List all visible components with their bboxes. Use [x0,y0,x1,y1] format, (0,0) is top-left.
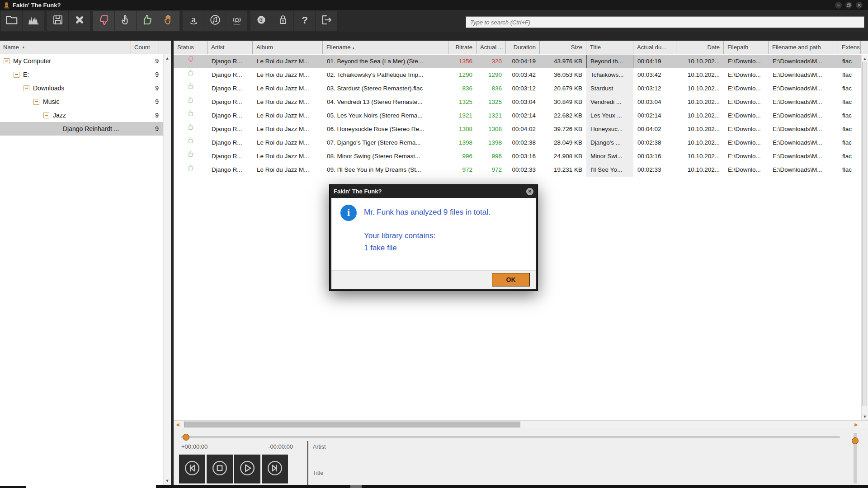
column-header-actual_duration[interactable]: Actual du... [633,41,676,54]
tree-item[interactable]: E:9 [0,68,163,81]
cell-status [174,95,208,109]
skip-forward-button[interactable] [262,455,288,483]
scroll-left-icon[interactable]: ◀ [176,422,179,427]
cell-duration: 00:03:16 [506,150,540,163]
cell-duration: 00:02:14 [506,109,540,122]
scroll-down-icon[interactable]: ▼ [862,414,868,419]
cell-filename_and_path: E:\Downloads\M... [769,150,838,163]
thumbs-down-icon [97,13,111,28]
scroll-down-icon[interactable]: ▼ [164,478,171,483]
volume-slider-knob[interactable] [852,437,859,444]
amazon-button[interactable]: a [183,11,204,31]
column-header-duration[interactable]: Duration [506,41,540,54]
collapse-icon[interactable] [14,72,19,78]
tree-item[interactable]: My Computer9 [0,54,163,68]
stop-button[interactable] [207,455,233,483]
column-header-album[interactable]: Album [253,41,323,54]
vertical-scroll-thumb[interactable] [862,62,867,406]
cell-actual_bitrate: 996 [476,150,506,163]
cell-album: Le Roi du Jazz M... [253,109,323,122]
table-row[interactable]: Django R...Le Roi du Jazz M...07. Django… [174,136,861,150]
scroll-up-icon[interactable]: ▲ [862,56,868,61]
close-button[interactable] [856,2,863,9]
scroll-right-icon[interactable]: ▶ [854,422,858,427]
remove-button[interactable] [69,11,90,31]
tree-item[interactable]: Jazz9 [0,108,163,122]
thumbs-up-icon [141,13,154,28]
maximize-button[interactable] [845,2,852,9]
thumbs-up-button[interactable] [137,11,158,31]
table-row[interactable]: Django R...Le Roi du Jazz M...09. I'll S… [174,163,861,177]
tree-column-name[interactable]: Name ▲ [0,41,131,54]
table-horizontal-scrollbar[interactable]: ◀ ▶ [174,420,868,428]
ok-button[interactable]: OK [492,273,530,286]
cell-filepath: E:\Downlo... [724,109,769,122]
dialog-close-icon[interactable]: ✕ [526,188,533,195]
table-row[interactable]: Django R...Le Roi du Jazz M...06. Honeys… [174,122,861,136]
collapse-icon[interactable] [33,99,39,105]
collapse-icon[interactable] [43,113,49,118]
column-header-status[interactable]: Status [174,41,208,54]
tree-item-label: E: [23,71,132,78]
tree-item[interactable]: Downloads9 [0,81,163,95]
point-finger-button[interactable] [115,11,136,31]
exit-button[interactable] [316,11,337,31]
collapse-icon[interactable] [24,85,29,91]
minimize-button[interactable] [835,2,842,9]
column-header-title[interactable]: Title [586,41,633,54]
itunes-button[interactable] [204,11,226,31]
tree-item[interactable]: Music9 [0,95,163,108]
thumbs-up-icon [187,136,195,150]
column-header-filename_and_path[interactable]: Filename and path [769,41,838,54]
thumbs-down-button[interactable] [93,11,114,31]
cell-size: 19.231 KB [540,163,586,177]
cell-extension: flac [838,109,861,122]
save-button[interactable] [47,11,68,31]
play-button[interactable] [234,455,260,483]
skip-back-button[interactable] [179,455,205,483]
settings-button[interactable] [250,11,272,31]
tree-item-label: My Computer [13,57,132,65]
column-header-filepath[interactable]: Filepath [724,41,769,54]
cell-title: I'll See Yo... [586,163,633,177]
table-row[interactable]: Django R...Le Roi du Jazz M...04. Vendre… [174,95,861,109]
table-row[interactable]: Django R...Le Roi du Jazz M...02. Tchaik… [174,68,861,82]
tree-column-count[interactable]: Count [131,41,159,54]
table-row[interactable]: Django R...Le Roi du Jazz M...01. Beyond… [174,55,861,68]
tree-items: My Computer9E:9Downloads9Music9Jazz9Djan… [0,54,163,136]
cell-extension: flac [838,95,861,109]
cell-filename_and_path: E:\Downloads\M... [769,163,838,177]
table-vertical-scrollbar[interactable]: ▲ ▼ [861,55,868,420]
beatport-button[interactable]: beatport [226,11,247,31]
column-header-actual_bitrate[interactable]: Actual ... [476,41,506,54]
column-header-artist[interactable]: Artist [208,41,253,54]
table-header: StatusArtistAlbumFilename ▲BitrateActual… [174,41,868,54]
tree-vertical-scrollbar[interactable]: ▲ ▼ [163,54,171,485]
search-input[interactable] [466,16,864,28]
table-row[interactable]: Django R...Le Roi du Jazz M...05. Les Ye… [174,109,861,122]
bottom-bar-left [0,486,26,488]
open-folder-button[interactable] [1,11,22,31]
horizontal-scroll-thumb[interactable] [184,422,520,427]
column-header-size[interactable]: Size [540,41,586,54]
hand-stop-button[interactable] [158,11,179,31]
seek-slider[interactable] [181,436,840,438]
point-finger-icon [119,13,132,28]
thumbs-down-icon [187,55,195,68]
column-header-date[interactable]: Date [676,41,724,54]
collapse-icon[interactable] [4,58,9,64]
column-header-bitrate[interactable]: Bitrate [448,41,476,54]
lock-button[interactable] [272,11,293,31]
cell-actual_duration: 00:02:14 [633,109,676,122]
scroll-up-icon[interactable]: ▲ [164,56,171,61]
tree-item[interactable]: Django Reinhardt ...9 [0,122,163,136]
table-row[interactable]: Django R...Le Roi du Jazz M...03. Stardu… [174,82,861,95]
help-button[interactable]: ? [294,11,315,31]
seek-slider-knob[interactable] [183,434,189,441]
column-header-extension[interactable]: Extension [838,41,861,54]
table-row[interactable]: Django R...Le Roi du Jazz M...08. Minor … [174,150,861,163]
analyze-button[interactable] [23,11,44,31]
column-header-filename[interactable]: Filename ▲ [323,41,448,54]
player-buttons [179,455,288,483]
cell-actual_duration: 00:03:16 [633,150,676,163]
